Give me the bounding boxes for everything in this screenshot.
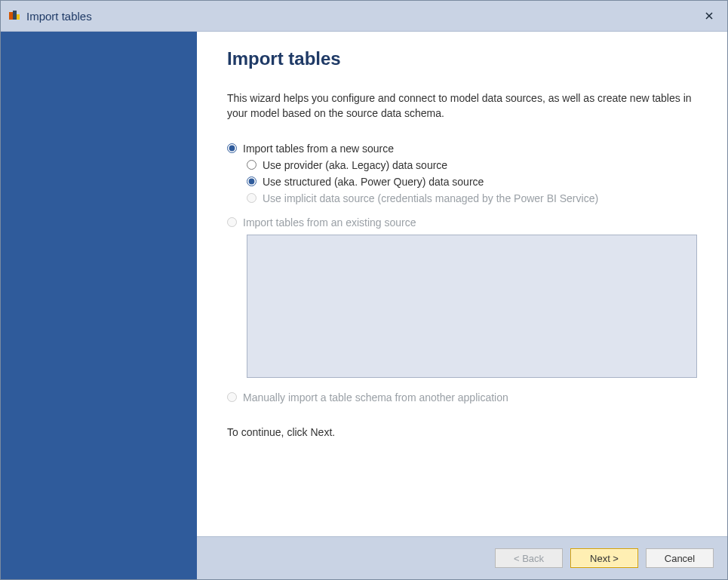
radio-structured[interactable] [247, 176, 256, 186]
wizard-footer: < Back Next > Cancel [197, 536, 727, 579]
window-title: Import tables [26, 10, 92, 23]
titlebar: Import tables [1, 1, 727, 32]
option-manual-schema: Manually import a table schema from anot… [227, 391, 697, 404]
page-title: Import tables [227, 48, 697, 69]
back-button: < Back [495, 548, 563, 568]
wizard-body: Import tables This wizard helps you conf… [1, 32, 727, 579]
next-button[interactable]: Next > [570, 548, 638, 568]
svg-rect-2 [17, 14, 20, 20]
svg-rect-1 [13, 11, 17, 20]
wizard-window: Import tables Import tables This wizard … [0, 0, 728, 580]
intro-text: This wizard helps you configure and conn… [227, 91, 697, 121]
option-structured-label: Use structured (aka. Power Query) data s… [263, 176, 484, 188]
svg-rect-0 [9, 12, 13, 20]
cancel-button[interactable]: Cancel [646, 548, 714, 568]
option-implicit-label: Use implicit data source (credentials ma… [263, 192, 598, 204]
option-new-source-label: Import tables from a new source [243, 143, 394, 155]
option-structured[interactable]: Use structured (aka. Power Query) data s… [247, 176, 697, 188]
option-existing-source: Import tables from an existing source [227, 216, 697, 229]
radio-implicit [247, 193, 256, 203]
content: Import tables This wizard helps you conf… [197, 32, 727, 536]
option-group-new-source: Import tables from a new source Use prov… [227, 143, 697, 204]
continue-text: To continue, click Next. [227, 426, 697, 438]
radio-new-source[interactable] [227, 143, 237, 153]
option-existing-source-label: Import tables from an existing source [243, 216, 416, 229]
radio-provider[interactable] [247, 160, 256, 170]
existing-sources-list [247, 235, 697, 378]
content-wrap: Import tables This wizard helps you conf… [197, 32, 727, 579]
option-manual-schema-label: Manually import a table schema from anot… [243, 391, 508, 404]
wizard-sidebar [1, 32, 197, 579]
option-new-source[interactable]: Import tables from a new source [227, 143, 697, 155]
radio-manual-schema [227, 392, 237, 402]
radio-existing-source [227, 217, 237, 227]
option-provider[interactable]: Use provider (aka. Legacy) data source [247, 159, 697, 171]
close-icon[interactable] [699, 5, 720, 26]
option-provider-label: Use provider (aka. Legacy) data source [263, 159, 447, 171]
app-icon [8, 10, 20, 22]
option-implicit: Use implicit data source (credentials ma… [247, 192, 697, 204]
